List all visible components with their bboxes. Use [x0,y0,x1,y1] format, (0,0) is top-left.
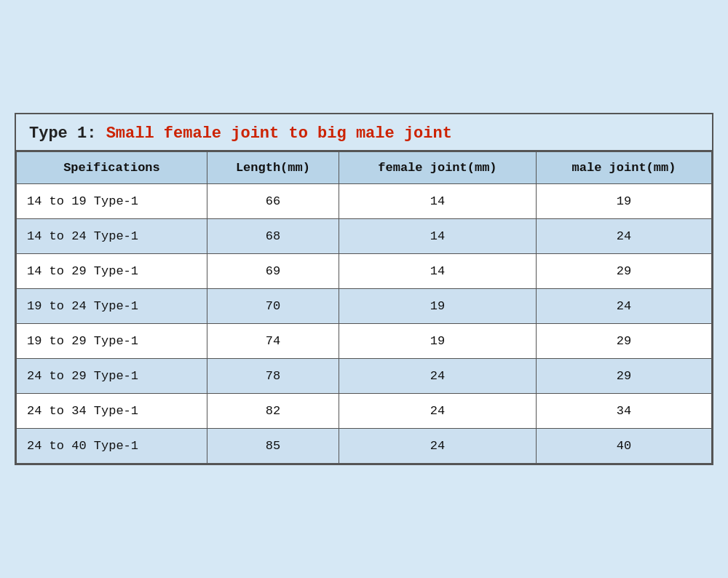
col-header-spec: Speifications [17,152,207,184]
cell-male: 24 [536,219,711,254]
cell-length: 66 [207,184,339,219]
table-wrapper: Speifications Length(mm) female joint(mm… [16,151,712,464]
cell-length: 82 [207,394,339,429]
cell-male: 19 [536,184,711,219]
cell-spec: 24 to 29 Type-1 [17,359,207,394]
table-header-row: Speifications Length(mm) female joint(mm… [17,152,712,184]
cell-male: 29 [536,359,711,394]
main-container: Type 1: Small female joint to big male j… [15,113,713,465]
cell-female: 24 [339,394,536,429]
cell-male: 40 [536,429,711,464]
cell-female: 14 [339,219,536,254]
table-row: 19 to 24 Type-1701924 [17,289,712,324]
table-row: 14 to 24 Type-1681424 [17,219,712,254]
cell-spec: 24 to 40 Type-1 [17,429,207,464]
table-row: 24 to 40 Type-1852440 [17,429,712,464]
cell-length: 85 [207,429,339,464]
cell-male: 29 [536,324,711,359]
cell-spec: 24 to 34 Type-1 [17,394,207,429]
cell-spec: 14 to 19 Type-1 [17,184,207,219]
cell-length: 69 [207,254,339,289]
cell-female: 14 [339,254,536,289]
cell-length: 68 [207,219,339,254]
cell-spec: 19 to 24 Type-1 [17,289,207,324]
table-row: 14 to 19 Type-1661419 [17,184,712,219]
cell-length: 74 [207,324,339,359]
table-row: 24 to 29 Type-1782429 [17,359,712,394]
cell-spec: 19 to 29 Type-1 [17,324,207,359]
cell-length: 70 [207,289,339,324]
cell-spec: 14 to 24 Type-1 [17,219,207,254]
cell-male: 34 [536,394,711,429]
title-highlight: Small female joint to big male joint [106,124,452,143]
cell-female: 24 [339,359,536,394]
cell-male: 24 [536,289,711,324]
table-row: 19 to 29 Type-1741929 [17,324,712,359]
col-header-female: female joint(mm) [339,152,536,184]
title-prefix: Type 1: [29,124,106,143]
specs-table: Speifications Length(mm) female joint(mm… [16,151,712,464]
table-body: 14 to 19 Type-166141914 to 24 Type-16814… [17,184,712,464]
cell-spec: 14 to 29 Type-1 [17,254,207,289]
cell-length: 78 [207,359,339,394]
table-row: 24 to 34 Type-1822434 [17,394,712,429]
table-row: 14 to 29 Type-1691429 [17,254,712,289]
col-header-length: Length(mm) [207,152,339,184]
col-header-male: male joint(mm) [536,152,711,184]
cell-female: 19 [339,289,536,324]
cell-female: 19 [339,324,536,359]
table-title: Type 1: Small female joint to big male j… [16,114,712,151]
cell-female: 14 [339,184,536,219]
cell-male: 29 [536,254,711,289]
cell-female: 24 [339,429,536,464]
